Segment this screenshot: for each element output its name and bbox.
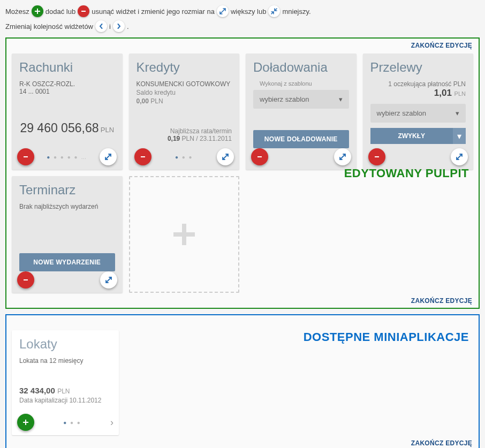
resize-widget-button[interactable] <box>100 271 117 288</box>
currency: PLN <box>182 135 194 142</box>
svg-rect-1 <box>24 156 28 157</box>
svg-rect-4 <box>375 156 379 157</box>
intro-line-1: Możesz dodać lub usunąć widżet i zmienić… <box>5 5 480 17</box>
arrow-right-icon <box>113 20 125 32</box>
remove-icon <box>78 5 89 17</box>
account-number: 14 ... 0001 <box>19 88 115 95</box>
widget-title: Doładowania <box>253 60 349 75</box>
account-balance: 29 460 056,68 <box>20 121 98 135</box>
template-placeholder: wybierz szablon <box>260 95 309 103</box>
add-widget-button[interactable] <box>17 414 34 431</box>
template-select[interactable]: wybierz szablon ▾ <box>253 90 349 109</box>
chevron-down-icon: ▾ <box>339 95 343 103</box>
new-topup-button[interactable]: NOWE DOŁADOWANIE <box>253 130 349 148</box>
capitalization-date: Data kapitalizacji 10.11.2012 <box>19 397 111 404</box>
remove-widget-button[interactable] <box>251 148 268 165</box>
remove-widget-button[interactable] <box>17 148 34 165</box>
available-miniapps-panel: Lokaty Lokata na 12 miesięcy 32 434,00 P… <box>5 314 480 448</box>
widget-title: Terminarz <box>19 183 115 198</box>
chevron-down-icon: ▾ <box>456 109 459 117</box>
credit-name: KONSUMENCKI GOTOWKOWY <box>137 80 232 88</box>
intro-text: większy lub <box>231 7 266 16</box>
remove-widget-button[interactable] <box>17 271 34 288</box>
svg-rect-0 <box>81 11 86 12</box>
finish-edit-link[interactable]: ZAKOŃCZ EDYCJĘ <box>411 42 472 49</box>
chevron-right-icon[interactable]: › <box>110 417 113 428</box>
intro-text: dodać lub <box>46 7 75 16</box>
currency: PLN <box>57 388 70 395</box>
next-installment-date: 23.11.2011 <box>200 135 232 142</box>
saldo-label: Saldo kredytu <box>137 89 232 96</box>
svg-rect-2 <box>141 156 145 157</box>
widget-terminarz: Terminarz Brak najbliższych wydarzeń NOW… <box>12 176 123 293</box>
currency: PLN <box>150 97 163 105</box>
svg-rect-5 <box>24 279 28 280</box>
deposit-name: Lokata na 12 miesięcy <box>19 357 111 365</box>
deposit-amount: 32 434,00 <box>19 386 55 395</box>
intro-text: Możesz <box>5 7 29 16</box>
currency: PLN <box>101 126 114 134</box>
resize-widget-button[interactable] <box>100 148 117 165</box>
next-installment-value: 0,19 <box>168 135 180 142</box>
pending-label: 1 oczekująca płatność PLN <box>370 80 466 88</box>
widget-title: Kredyty <box>137 60 232 75</box>
pager-dots: ● ● ● ● ● … <box>47 154 87 160</box>
enlarge-icon <box>217 5 229 17</box>
plus-icon <box>168 218 200 250</box>
remove-widget-button[interactable] <box>134 148 151 165</box>
available-miniapps-label: DOSTĘPNE MINIAPLIKACJE <box>304 330 469 344</box>
finish-edit-link[interactable]: ZAKOŃCZ EDYCJĘ <box>411 439 472 447</box>
intro-text: i <box>109 22 111 31</box>
widget-lokaty: Lokaty Lokata na 12 miesięcy 32 434,00 P… <box>12 330 119 435</box>
widget-doladowania: Doładowania Wykonaj z szablonu wybierz s… <box>246 54 357 170</box>
svg-rect-3 <box>257 156 262 157</box>
currency: PLN <box>454 90 466 97</box>
intro-text: Zmieniaj kolejność widżetów <box>5 22 93 31</box>
account-name: R-K OSZCZ-ROZL. <box>19 80 115 88</box>
intro-text: usunąć widżet i zmienić jego rozmiar na <box>92 7 215 16</box>
pending-amount: 1,01 <box>434 88 452 98</box>
widget-rachunki: Rachunki R-K OSZCZ-ROZL. 14 ... 0001 29 … <box>12 54 123 170</box>
shrink-icon <box>268 5 280 17</box>
template-placeholder: wybierz szablon <box>377 109 427 117</box>
widget-title: Przelewy <box>370 60 466 75</box>
transfer-type-button[interactable]: ZWYKŁY ▾ <box>370 128 466 144</box>
intro-text: mniejszy. <box>282 7 310 16</box>
saldo-value: 0,00 <box>137 97 149 105</box>
resize-widget-button[interactable] <box>217 148 234 165</box>
resize-widget-button[interactable] <box>334 148 351 165</box>
edited-dashboard-label: EDYTOWANY PULPIT <box>344 166 469 180</box>
pager-dots: ● ● ● <box>63 420 81 426</box>
pager-dots: ● ● ● <box>175 154 193 160</box>
intro-text: . <box>127 22 129 31</box>
widget-kredyty: Kredyty KONSUMENCKI GOTOWKOWY Saldo kred… <box>129 54 240 170</box>
template-select[interactable]: wybierz szablon ▾ <box>370 104 466 123</box>
edited-dashboard-panel: ZAKOŃCZ EDYCJĘ Rachunki R-K OSZCZ-ROZL. … <box>5 37 480 309</box>
widget-title: Rachunki <box>19 60 115 75</box>
add-icon <box>32 5 43 17</box>
intro-line-2: Zmieniaj kolejność widżetów i . <box>5 20 480 32</box>
widget-przelewy: Przelewy 1 oczekująca płatność PLN 1,01 … <box>363 54 474 170</box>
finish-edit-link[interactable]: ZAKOŃCZ EDYCJĘ <box>411 297 472 305</box>
arrow-left-icon <box>95 20 107 32</box>
transfer-type-label: ZWYKŁY <box>370 128 453 144</box>
empty-msg: Brak najbliższych wydarzeń <box>19 203 115 210</box>
chevron-down-icon[interactable]: ▾ <box>453 128 466 144</box>
remove-widget-button[interactable] <box>368 148 385 165</box>
widget-title: Lokaty <box>19 337 111 352</box>
new-event-button[interactable]: NOWE WYDARZENIE <box>19 253 115 271</box>
next-installment-label: Najbliższa rata/termin <box>137 127 232 135</box>
add-widget-placeholder[interactable] <box>129 176 240 293</box>
svg-rect-7 <box>173 232 195 237</box>
template-label: Wykonaj z szablonu <box>260 80 349 87</box>
resize-widget-button[interactable] <box>451 148 468 165</box>
